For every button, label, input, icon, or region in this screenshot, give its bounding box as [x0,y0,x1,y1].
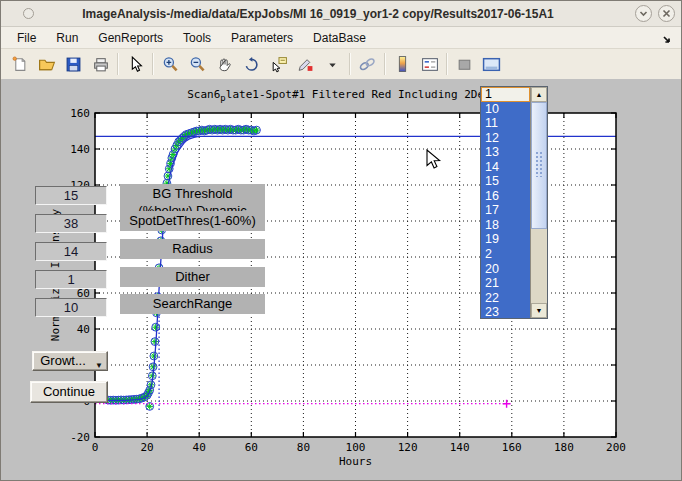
spotdetthres-input[interactable]: 38 [35,214,107,233]
link-plot-icon[interactable] [354,51,381,77]
titlebar: ImageAnalysis-/media/data/ExpJobs/MI 16_… [1,1,681,27]
x-tick-label: 160 [502,441,522,454]
data-point-asterisk [152,324,159,331]
data-cursor-icon[interactable] [265,51,292,77]
listbox-item-17[interactable]: 17 [481,203,530,218]
x-tick-label: 120 [398,441,418,454]
shade-button[interactable] [635,5,652,22]
data-point-asterisk [150,353,157,360]
save-icon[interactable] [60,51,87,77]
zoom-out-icon[interactable] [184,51,211,77]
spotdetthres-label: SpotDetThres(1-60%) [120,211,265,231]
listbox-item-18[interactable]: 18 [481,218,530,233]
plot-title-pre: Scan6 [187,88,220,101]
brush-caret-icon[interactable] [319,51,346,77]
growth-model-dropdown-label: Growt... [40,353,86,368]
dropdown-caret-icon: ▼ [95,357,103,375]
menu-item-tools[interactable]: Tools [173,28,221,48]
listbox-item-2[interactable]: 2 [481,247,530,262]
toolbar-separator [349,53,351,75]
plot-tools-hide-icon[interactable] [451,51,478,77]
window-menu-icon[interactable] [23,8,34,19]
scroll-up-icon[interactable]: ▲ [531,87,547,102]
radius-label: Radius [120,239,265,259]
data-point-asterisk [152,338,159,345]
x-tick-label: 60 [245,441,258,454]
zoom-in-icon[interactable] [157,51,184,77]
x-axis-label: Hours [339,455,372,468]
app-window: ImageAnalysis-/media/data/ExpJobs/MI 16_… [0,0,682,481]
scroll-down-icon[interactable]: ▼ [531,303,547,318]
radius-input[interactable]: 14 [35,242,107,261]
figure-canvas: 020406080100120140160180200-200204060801… [2,79,680,479]
pan-icon[interactable] [211,51,238,77]
rotate-3d-icon[interactable] [238,51,265,77]
close-button[interactable] [658,5,675,22]
listbox-item-19[interactable]: 19 [481,232,530,247]
listbox-item-1[interactable]: 1 [481,87,530,102]
window-title: ImageAnalysis-/media/data/ExpJobs/MI 16_… [1,7,635,21]
spot-number-listbox[interactable]: 110111213141516171819220212223 ▲ ▼ [480,86,548,319]
listbox-item-21[interactable]: 21 [481,276,530,291]
plot-tools-show-icon[interactable] [478,51,505,77]
listbox-item-22[interactable]: 22 [481,291,530,306]
growth-model-dropdown[interactable]: Growt... ▼ [32,351,108,371]
listbox-item-12[interactable]: 12 [481,131,530,146]
x-tick-label: 100 [346,441,366,454]
continue-button[interactable]: Continue [30,381,108,403]
listbox-item-14[interactable]: 14 [481,160,530,175]
searchrange-label: SearchRange [120,294,265,314]
toolbar-separator [446,53,448,75]
toolbar-separator [152,53,154,75]
bg-threshold-input[interactable]: 15 [35,186,107,205]
insert-legend-icon[interactable] [416,51,443,77]
bg-threshold-label: BG Threshold [120,184,265,204]
y-tick-label: -20 [70,431,90,444]
listbox-item-10[interactable]: 10 [481,102,530,117]
listbox-item-11[interactable]: 11 [481,116,530,131]
insert-colorbar-icon[interactable] [389,51,416,77]
listbox-item-13[interactable]: 13 [481,145,530,160]
new-file-icon[interactable] [6,51,33,77]
listbox-item-20[interactable]: 20 [481,262,530,277]
menu-item-file[interactable]: File [7,28,46,48]
x-tick-label: 140 [450,441,470,454]
print-icon[interactable] [87,51,114,77]
listbox-item-23[interactable]: 23 [481,305,530,318]
menu-item-database[interactable]: DataBase [303,28,376,48]
menu-item-parameters[interactable]: Parameters [221,28,303,48]
x-tick-label: 0 [92,441,99,454]
y-tick-label: 40 [77,323,90,336]
x-tick-label: 180 [554,441,574,454]
listbox-item-16[interactable]: 16 [481,189,530,204]
data-point-asterisk [253,127,260,134]
menu-item-genreports[interactable]: GenReports [88,28,173,48]
menubar: FileRunGenReportsToolsParametersDataBase [1,27,681,49]
listbox-items: 110111213141516171819220212223 [481,87,530,318]
dither-input[interactable]: 1 [35,270,107,289]
y-tick-label: 160 [70,107,90,120]
toolbar-separator [117,53,119,75]
toolbar [1,49,681,80]
toolbar-separator [384,53,386,75]
x-tick-label: 40 [193,441,206,454]
close-icon [662,9,671,18]
mouse-cursor-icon [426,149,442,171]
open-file-icon[interactable] [33,51,60,77]
listbox-scrollbar[interactable]: ▲ ▼ [530,87,547,318]
y-tick-label: 140 [70,143,90,156]
menu-grip-icon[interactable] [662,31,673,49]
brush-icon[interactable] [292,51,319,77]
scrollbar-thumb[interactable] [531,102,547,229]
x-tick-label: 200 [606,441,626,454]
menu-item-run[interactable]: Run [46,28,88,48]
listbox-item-15[interactable]: 15 [481,174,530,189]
dither-label: Dither [120,267,265,287]
chevron-down-icon [639,9,648,18]
x-tick-label: 80 [297,441,310,454]
searchrange-input[interactable]: 10 [35,298,107,317]
x-tick-label: 20 [140,441,153,454]
pointer-icon[interactable] [122,51,149,77]
